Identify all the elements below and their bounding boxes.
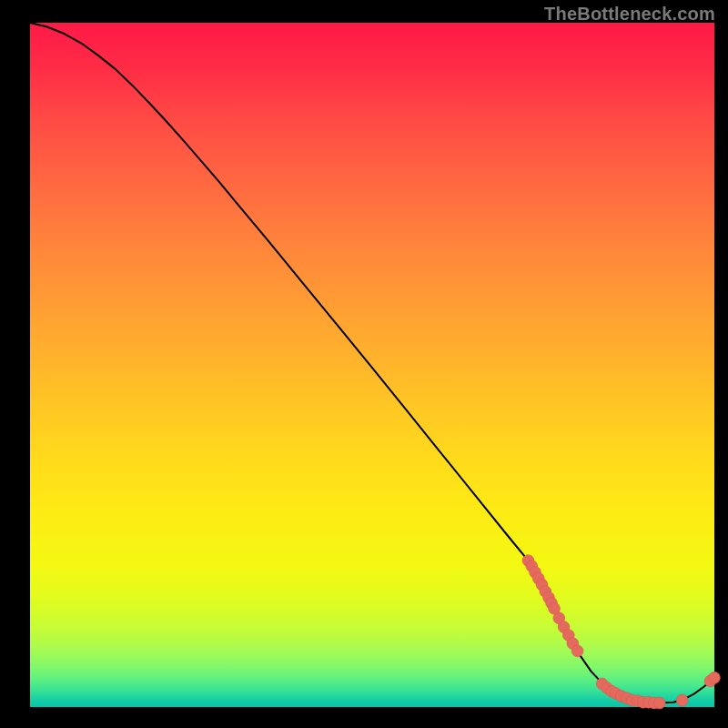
data-point-marker	[709, 672, 721, 683]
data-point-marker	[653, 697, 665, 709]
data-point-marker	[571, 645, 583, 657]
curve-markers	[522, 555, 720, 709]
chart-frame	[30, 23, 714, 707]
chart-svg	[30, 23, 714, 707]
watermark-text: TheBottleneck.com	[544, 4, 715, 25]
bottleneck-curve	[30, 23, 714, 703]
data-point-marker	[676, 694, 688, 706]
